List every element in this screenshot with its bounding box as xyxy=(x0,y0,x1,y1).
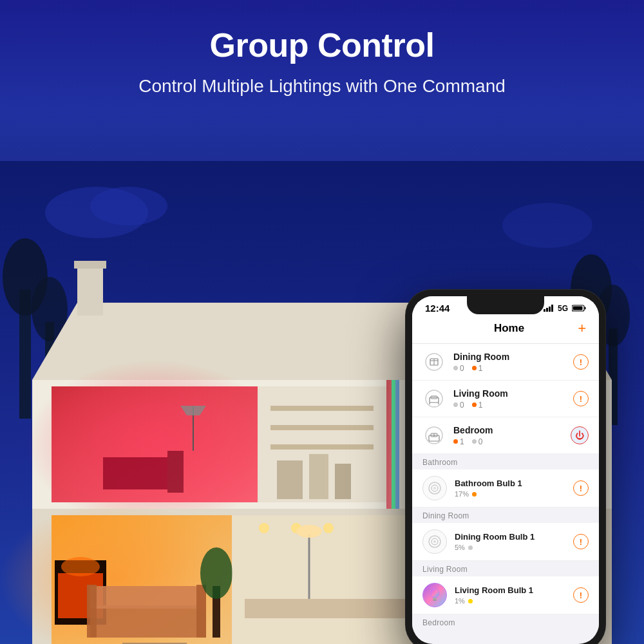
phone-mockup: 12:44 5G xyxy=(406,290,605,644)
svg-point-86 xyxy=(433,540,436,543)
room-list: Dining Room 0 1 xyxy=(412,344,599,454)
bathroom-bulb-info: Bathroom Bulb 1 17% xyxy=(455,478,573,498)
dining-room-info: Dining Room 0 1 xyxy=(453,352,573,373)
svg-rect-30 xyxy=(395,380,399,509)
dining-bulb-status: 5% xyxy=(455,544,573,551)
bathroom-bulb-name: Bathroom Bulb 1 xyxy=(455,478,573,488)
room-item-living[interactable]: Living Room 0 1 xyxy=(412,381,599,417)
dining-bulb-item[interactable]: Dining Room Bulb 1 5% ! xyxy=(412,523,599,561)
off-dot xyxy=(472,439,477,444)
page-subtitle: Control Multiple Lightings with One Comm… xyxy=(0,76,644,97)
status-icons: 5G xyxy=(544,304,586,313)
svg-rect-45 xyxy=(245,599,412,618)
bedroom-power-icon[interactable]: ⏻ xyxy=(571,426,589,444)
room-item-bedroom[interactable]: Bedroom 1 0 xyxy=(412,417,599,454)
svg-rect-23 xyxy=(270,425,374,430)
svg-rect-29 xyxy=(392,380,395,509)
bedroom-icon xyxy=(422,424,446,447)
svg-point-87 xyxy=(430,589,439,598)
living-stat-off: 0 xyxy=(453,401,464,410)
living-status-dot xyxy=(468,599,473,603)
svg-point-46 xyxy=(259,523,269,533)
network-type: 5G xyxy=(558,304,568,313)
living-bulb-name: Living Room Bulb 1 xyxy=(455,585,573,595)
svg-rect-24 xyxy=(270,444,374,450)
svg-rect-25 xyxy=(277,460,303,499)
living-bulb-info: Living Room Bulb 1 1% xyxy=(455,585,573,605)
svg-rect-44 xyxy=(232,515,425,644)
bedroom-room-name: Bedroom xyxy=(453,425,571,435)
living-alert-icon[interactable]: ! xyxy=(573,391,589,406)
svg-point-3 xyxy=(502,203,592,248)
svg-point-43 xyxy=(200,547,232,599)
dining-stat-off: 0 xyxy=(453,364,464,373)
off-dot xyxy=(453,366,458,370)
svg-rect-61 xyxy=(544,309,545,312)
phone-outer: 12:44 5G xyxy=(406,290,605,644)
svg-rect-62 xyxy=(546,308,548,312)
living-stat-on: 1 xyxy=(472,401,483,410)
bathroom-status-dot xyxy=(472,492,477,497)
svg-point-36 xyxy=(61,557,100,576)
phone-screen: 12:44 5G xyxy=(412,296,599,644)
battery-icon xyxy=(572,305,586,312)
bedroom-room-info: Bedroom 1 0 xyxy=(453,425,571,446)
svg-point-50 xyxy=(296,525,322,538)
signal-icon xyxy=(544,305,554,312)
svg-rect-40 xyxy=(196,585,206,638)
phone-notch xyxy=(467,296,544,314)
bedroom-stat-on: 1 xyxy=(453,437,464,446)
page-title: Group Control xyxy=(0,26,644,64)
dining-bulb-alert-icon[interactable]: ! xyxy=(573,534,589,549)
off-dot xyxy=(453,402,458,407)
svg-rect-37 xyxy=(90,605,206,638)
living-bulb-item[interactable]: Living Room Bulb 1 1% ! xyxy=(412,576,599,614)
dining-section-header: Dining Room xyxy=(412,507,599,523)
svg-rect-88 xyxy=(433,598,437,600)
on-dot xyxy=(472,366,477,370)
svg-rect-18 xyxy=(167,451,184,493)
svg-rect-63 xyxy=(549,307,551,312)
bathroom-bulb-item[interactable]: Bathroom Bulb 1 17% ! xyxy=(412,469,599,507)
dining-room-icon xyxy=(422,350,446,374)
room-item-dining[interactable]: Dining Room 0 1 xyxy=(412,344,599,381)
svg-rect-39 xyxy=(87,585,97,638)
living-room-name: Living Room xyxy=(453,388,573,399)
dining-bulb-name: Dining Room Bulb 1 xyxy=(455,532,573,542)
bedroom-stat-off: 0 xyxy=(472,437,483,446)
dining-alert-icon[interactable]: ! xyxy=(573,354,589,370)
bathroom-section-header: Bathroom xyxy=(412,454,599,469)
living-bulb-icon xyxy=(422,583,447,607)
dining-status-dot xyxy=(468,545,473,550)
on-dot xyxy=(453,439,458,444)
living-bulb-status: 1% xyxy=(455,597,573,605)
bathroom-bulb-icon xyxy=(422,476,447,500)
svg-rect-60 xyxy=(74,261,106,269)
svg-rect-67 xyxy=(573,307,583,310)
svg-rect-28 xyxy=(386,380,392,509)
living-section-header: Living Room xyxy=(412,561,599,576)
living-room-icon xyxy=(422,387,446,410)
living-room-info: Living Room 0 1 xyxy=(453,388,573,410)
living-room-stats: 0 1 xyxy=(453,401,573,410)
dining-room-stats: 0 1 xyxy=(453,364,573,373)
svg-rect-38 xyxy=(90,586,206,609)
on-dot xyxy=(472,402,477,407)
svg-rect-66 xyxy=(585,307,586,310)
dining-bulb-icon xyxy=(422,529,447,554)
dining-room-name: Dining Room xyxy=(453,352,573,362)
app-header: Home + xyxy=(412,316,599,344)
svg-point-48 xyxy=(323,523,334,533)
header: Group Control Control Multiple Lightings… xyxy=(0,26,644,97)
svg-point-2 xyxy=(90,187,167,225)
page-wrapper: Group Control Control Multiple Lightings… xyxy=(0,0,644,644)
app-title: Home xyxy=(440,322,578,335)
svg-point-16 xyxy=(26,361,283,528)
svg-rect-22 xyxy=(270,406,374,411)
add-button[interactable]: + xyxy=(578,320,586,337)
svg-rect-27 xyxy=(335,464,351,499)
bedroom-section-header: Bedroom xyxy=(412,614,599,630)
status-time: 12:44 xyxy=(425,303,450,314)
bathroom-alert-icon[interactable]: ! xyxy=(573,480,589,496)
living-bulb-alert-icon[interactable]: ! xyxy=(573,587,589,603)
